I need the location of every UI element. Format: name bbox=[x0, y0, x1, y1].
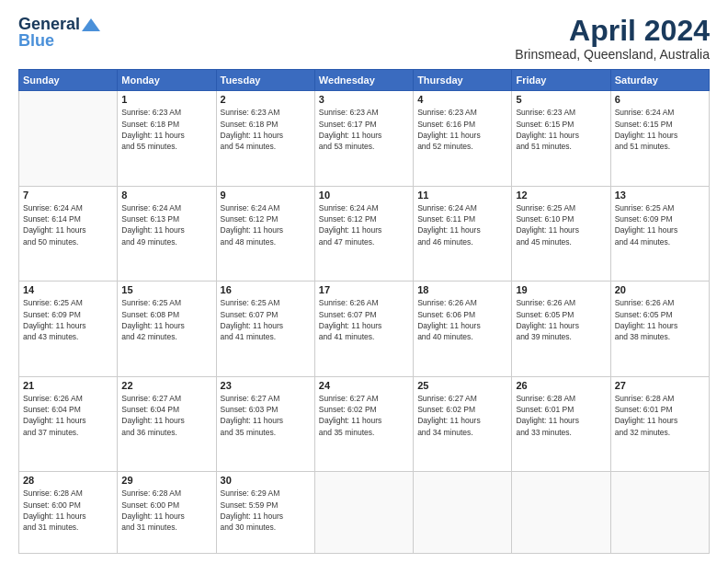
day-info: Sunrise: 6:25 AM Sunset: 6:09 PM Dayligh… bbox=[615, 202, 705, 247]
day-info: Sunrise: 6:23 AM Sunset: 6:15 PM Dayligh… bbox=[516, 107, 606, 152]
table-row bbox=[314, 472, 413, 554]
day-number: 2 bbox=[221, 94, 311, 105]
table-row: 3Sunrise: 6:23 AM Sunset: 6:17 PM Daylig… bbox=[314, 91, 413, 187]
day-info: Sunrise: 6:26 AM Sunset: 6:04 PM Dayligh… bbox=[23, 393, 113, 438]
svg-marker-0 bbox=[82, 18, 100, 31]
table-row: 9Sunrise: 6:24 AM Sunset: 6:12 PM Daylig… bbox=[216, 186, 314, 282]
day-number: 1 bbox=[121, 94, 211, 105]
table-row bbox=[512, 472, 610, 554]
table-row: 22Sunrise: 6:27 AM Sunset: 6:04 PM Dayli… bbox=[118, 376, 216, 472]
day-info: Sunrise: 6:29 AM Sunset: 5:59 PM Dayligh… bbox=[221, 488, 311, 533]
day-number: 28 bbox=[23, 475, 113, 486]
header-saturday: Saturday bbox=[610, 70, 709, 91]
table-row: 17Sunrise: 6:26 AM Sunset: 6:07 PM Dayli… bbox=[314, 282, 413, 377]
table-row bbox=[19, 91, 118, 187]
day-info: Sunrise: 6:24 AM Sunset: 6:12 PM Dayligh… bbox=[319, 202, 409, 247]
day-info: Sunrise: 6:26 AM Sunset: 6:06 PM Dayligh… bbox=[417, 297, 507, 342]
table-row: 13Sunrise: 6:25 AM Sunset: 6:09 PM Dayli… bbox=[610, 186, 709, 282]
day-info: Sunrise: 6:25 AM Sunset: 6:09 PM Dayligh… bbox=[23, 297, 113, 342]
table-row: 28Sunrise: 6:28 AM Sunset: 6:00 PM Dayli… bbox=[19, 472, 118, 554]
table-row: 5Sunrise: 6:23 AM Sunset: 6:15 PM Daylig… bbox=[512, 91, 610, 187]
table-row: 30Sunrise: 6:29 AM Sunset: 5:59 PM Dayli… bbox=[216, 472, 314, 554]
location: Brinsmead, Queensland, Australia bbox=[515, 47, 710, 62]
day-number: 22 bbox=[121, 380, 211, 391]
header-friday: Friday bbox=[512, 70, 610, 91]
day-info: Sunrise: 6:24 AM Sunset: 6:14 PM Dayligh… bbox=[23, 202, 113, 247]
logo-icon bbox=[82, 18, 100, 31]
table-row: 8Sunrise: 6:24 AM Sunset: 6:13 PM Daylig… bbox=[118, 186, 216, 282]
table-row: 12Sunrise: 6:25 AM Sunset: 6:10 PM Dayli… bbox=[512, 186, 610, 282]
day-info: Sunrise: 6:28 AM Sunset: 6:00 PM Dayligh… bbox=[121, 488, 211, 533]
month-title: April 2024 bbox=[515, 15, 710, 47]
table-row: 11Sunrise: 6:24 AM Sunset: 6:11 PM Dayli… bbox=[414, 186, 512, 282]
day-number: 26 bbox=[516, 380, 606, 391]
day-info: Sunrise: 6:24 AM Sunset: 6:13 PM Dayligh… bbox=[121, 202, 211, 247]
day-number: 29 bbox=[121, 475, 211, 486]
table-row: 2Sunrise: 6:23 AM Sunset: 6:18 PM Daylig… bbox=[216, 91, 314, 187]
table-row: 4Sunrise: 6:23 AM Sunset: 6:16 PM Daylig… bbox=[414, 91, 512, 187]
day-info: Sunrise: 6:26 AM Sunset: 6:05 PM Dayligh… bbox=[615, 297, 705, 342]
table-row: 7Sunrise: 6:24 AM Sunset: 6:14 PM Daylig… bbox=[19, 186, 118, 282]
day-number: 19 bbox=[516, 284, 606, 295]
logo: General Blue bbox=[18, 15, 100, 51]
title-block: April 2024 Brinsmead, Queensland, Austra… bbox=[515, 15, 710, 62]
day-info: Sunrise: 6:23 AM Sunset: 6:18 PM Dayligh… bbox=[121, 107, 211, 152]
day-number: 18 bbox=[417, 284, 507, 295]
day-info: Sunrise: 6:27 AM Sunset: 6:04 PM Dayligh… bbox=[121, 393, 211, 438]
day-info: Sunrise: 6:28 AM Sunset: 6:00 PM Dayligh… bbox=[23, 488, 113, 533]
logo-blue: Blue bbox=[18, 31, 54, 51]
day-number: 11 bbox=[417, 190, 507, 201]
day-info: Sunrise: 6:27 AM Sunset: 6:02 PM Dayligh… bbox=[417, 393, 507, 438]
table-row: 29Sunrise: 6:28 AM Sunset: 6:00 PM Dayli… bbox=[118, 472, 216, 554]
day-number: 9 bbox=[221, 190, 311, 201]
day-info: Sunrise: 6:27 AM Sunset: 6:03 PM Dayligh… bbox=[221, 393, 311, 438]
day-info: Sunrise: 6:26 AM Sunset: 6:07 PM Dayligh… bbox=[319, 297, 409, 342]
day-info: Sunrise: 6:23 AM Sunset: 6:16 PM Dayligh… bbox=[417, 107, 507, 152]
table-row: 26Sunrise: 6:28 AM Sunset: 6:01 PM Dayli… bbox=[512, 376, 610, 472]
day-info: Sunrise: 6:28 AM Sunset: 6:01 PM Dayligh… bbox=[615, 393, 705, 438]
table-row: 18Sunrise: 6:26 AM Sunset: 6:06 PM Dayli… bbox=[414, 282, 512, 377]
day-info: Sunrise: 6:24 AM Sunset: 6:11 PM Dayligh… bbox=[417, 202, 507, 247]
table-row: 16Sunrise: 6:25 AM Sunset: 6:07 PM Dayli… bbox=[216, 282, 314, 377]
day-info: Sunrise: 6:23 AM Sunset: 6:18 PM Dayligh… bbox=[221, 107, 311, 152]
header-thursday: Thursday bbox=[414, 70, 512, 91]
table-row: 24Sunrise: 6:27 AM Sunset: 6:02 PM Dayli… bbox=[314, 376, 413, 472]
day-number: 12 bbox=[516, 190, 606, 201]
day-info: Sunrise: 6:25 AM Sunset: 6:10 PM Dayligh… bbox=[516, 202, 606, 247]
day-number: 10 bbox=[319, 190, 409, 201]
day-info: Sunrise: 6:26 AM Sunset: 6:05 PM Dayligh… bbox=[516, 297, 606, 342]
day-number: 7 bbox=[23, 190, 113, 201]
table-row: 10Sunrise: 6:24 AM Sunset: 6:12 PM Dayli… bbox=[314, 186, 413, 282]
table-row: 23Sunrise: 6:27 AM Sunset: 6:03 PM Dayli… bbox=[216, 376, 314, 472]
table-row: 25Sunrise: 6:27 AM Sunset: 6:02 PM Dayli… bbox=[414, 376, 512, 472]
table-row: 21Sunrise: 6:26 AM Sunset: 6:04 PM Dayli… bbox=[19, 376, 118, 472]
day-number: 4 bbox=[417, 94, 507, 105]
calendar-header-row: Sunday Monday Tuesday Wednesday Thursday… bbox=[19, 70, 710, 91]
day-number: 23 bbox=[221, 380, 311, 391]
day-number: 13 bbox=[615, 190, 705, 201]
page: General Blue April 2024 Brinsmead, Queen… bbox=[0, 0, 728, 563]
day-number: 15 bbox=[121, 284, 211, 295]
day-number: 21 bbox=[23, 380, 113, 391]
table-row: 19Sunrise: 6:26 AM Sunset: 6:05 PM Dayli… bbox=[512, 282, 610, 377]
day-number: 5 bbox=[516, 94, 606, 105]
header-wednesday: Wednesday bbox=[314, 70, 413, 91]
day-info: Sunrise: 6:28 AM Sunset: 6:01 PM Dayligh… bbox=[516, 393, 606, 438]
day-number: 27 bbox=[615, 380, 705, 391]
table-row bbox=[414, 472, 512, 554]
table-row: 27Sunrise: 6:28 AM Sunset: 6:01 PM Dayli… bbox=[610, 376, 709, 472]
header: General Blue April 2024 Brinsmead, Queen… bbox=[18, 15, 710, 62]
day-info: Sunrise: 6:25 AM Sunset: 6:08 PM Dayligh… bbox=[121, 297, 211, 342]
calendar-table: Sunday Monday Tuesday Wednesday Thursday… bbox=[18, 69, 710, 554]
day-number: 30 bbox=[221, 475, 311, 486]
day-number: 14 bbox=[23, 284, 113, 295]
day-info: Sunrise: 6:27 AM Sunset: 6:02 PM Dayligh… bbox=[319, 393, 409, 438]
day-number: 20 bbox=[615, 284, 705, 295]
day-info: Sunrise: 6:24 AM Sunset: 6:12 PM Dayligh… bbox=[221, 202, 311, 247]
day-info: Sunrise: 6:25 AM Sunset: 6:07 PM Dayligh… bbox=[221, 297, 311, 342]
table-row: 6Sunrise: 6:24 AM Sunset: 6:15 PM Daylig… bbox=[610, 91, 709, 187]
table-row: 14Sunrise: 6:25 AM Sunset: 6:09 PM Dayli… bbox=[19, 282, 118, 377]
day-number: 24 bbox=[319, 380, 409, 391]
day-number: 25 bbox=[417, 380, 507, 391]
table-row: 1Sunrise: 6:23 AM Sunset: 6:18 PM Daylig… bbox=[118, 91, 216, 187]
